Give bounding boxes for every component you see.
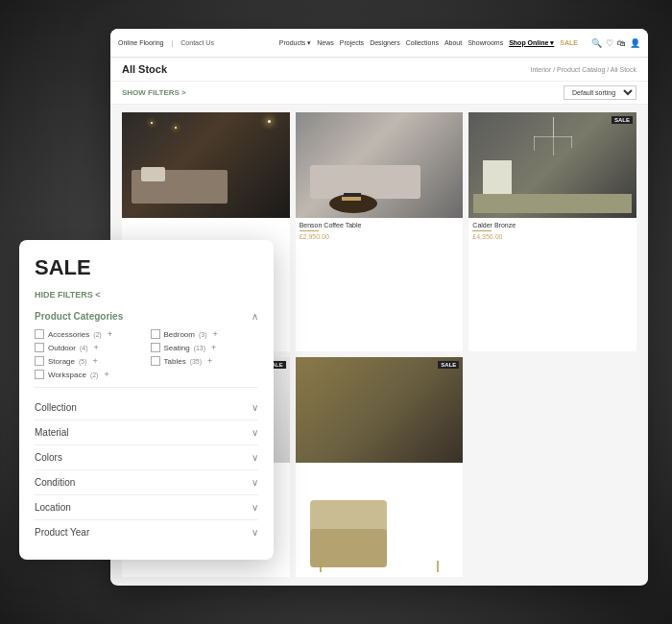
plus-accessories[interactable]: + <box>108 329 112 339</box>
sale-badge-5: SALE <box>438 361 459 369</box>
nav-bar: Online Flooring | Contact Us Products ▾ … <box>110 29 648 58</box>
category-grid: Accessories (2) + Bedroom (3) + Outdoor … <box>35 329 258 379</box>
product-price-2: £2,950.00 <box>300 233 460 240</box>
count-seating: (13) <box>194 345 205 351</box>
checkbox-tables[interactable] <box>151 356 160 366</box>
categories-title: Product Categories <box>35 311 123 322</box>
nav-shop-online[interactable]: Shop Online ▾ <box>509 39 554 47</box>
plus-bedroom[interactable]: + <box>213 329 218 339</box>
product-card-3[interactable]: SALE Calder Bronze £4,350.00 <box>468 112 636 351</box>
label-storage: Storage <box>48 357 75 366</box>
checkbox-storage[interactable] <box>35 356 44 366</box>
plus-storage[interactable]: + <box>93 356 98 366</box>
category-workspace[interactable]: Workspace (2) + <box>35 370 143 379</box>
filter-colors-chevron: ∨ <box>252 452 258 463</box>
nav-projects[interactable]: Projects <box>340 39 364 46</box>
filter-material-title: Material <box>35 427 69 438</box>
filter-row-product-year[interactable]: Product Year ∨ <box>35 520 258 544</box>
count-storage: (5) <box>79 358 87 365</box>
product-price-3: £4,350.00 <box>472 233 633 240</box>
sale-badge-3: SALE <box>612 116 633 124</box>
filter-panel: SALE HIDE FILTERS < Product Categories ∧… <box>19 240 274 560</box>
category-outdoor[interactable]: Outdoor (4) + <box>35 343 143 352</box>
categories-header[interactable]: Product Categories ∧ <box>35 311 258 322</box>
heart-icon[interactable]: ♡ <box>606 38 613 48</box>
filter-collection-title: Collection <box>35 402 77 413</box>
nav-logo: Online Flooring <box>118 39 163 46</box>
nav-sale[interactable]: SALE <box>560 39 578 46</box>
show-filters-button[interactable]: SHOW FILTERS > <box>122 88 186 97</box>
filter-material-chevron: ∨ <box>252 427 258 438</box>
plus-workspace[interactable]: + <box>104 370 108 379</box>
nav-icons: 🔍 ♡ 🛍 👤 <box>591 38 640 48</box>
product-card-5[interactable]: SALE <box>296 357 464 578</box>
sort-select[interactable]: Default sorting <box>564 85 636 100</box>
search-icon[interactable]: 🔍 <box>591 38 602 48</box>
filter-product-year-title: Product Year <box>35 527 89 538</box>
filter-row-material[interactable]: Material ∨ <box>35 420 258 445</box>
hide-filters-button[interactable]: HIDE FILTERS < <box>35 290 258 300</box>
checkbox-accessories[interactable] <box>35 329 44 339</box>
nav-about[interactable]: About <box>444 39 462 46</box>
count-tables: (35) <box>190 358 202 365</box>
label-outdoor: Outdoor <box>48 344 76 352</box>
category-accessories[interactable]: Accessories (2) + <box>35 329 143 339</box>
label-seating: Seating <box>164 344 190 352</box>
filter-colors-title: Colors <box>35 452 62 463</box>
sub-header: All Stock Interior / Product Catalog / A… <box>110 58 648 82</box>
filter-location-chevron: ∨ <box>252 502 258 513</box>
count-workspace: (2) <box>90 372 99 378</box>
checkbox-seating[interactable] <box>151 343 160 352</box>
nav-links: Products ▾ News Projects Designers Colle… <box>279 39 578 47</box>
nav-showrooms[interactable]: Showrooms <box>468 39 503 46</box>
filter-product-year-chevron: ∨ <box>252 527 258 538</box>
label-accessories: Accessories <box>48 330 89 339</box>
filter-row-colors[interactable]: Colors ∨ <box>35 445 258 470</box>
sale-title: SALE <box>35 255 258 280</box>
filter-section-categories: Product Categories ∧ Accessories (2) + B… <box>35 311 258 388</box>
label-tables: Tables <box>164 357 186 366</box>
count-accessories: (2) <box>93 331 102 338</box>
bag-icon[interactable]: 🛍 <box>617 38 626 48</box>
filter-condition-chevron: ∨ <box>252 477 258 488</box>
nav-products[interactable]: Products ▾ <box>279 39 312 47</box>
plus-seating[interactable]: + <box>211 343 216 352</box>
categories-chevron: ∧ <box>252 311 258 322</box>
product-info-1 <box>122 218 290 228</box>
product-info-3: Calder Bronze £4,350.00 <box>468 218 636 246</box>
category-storage[interactable]: Storage (5) + <box>35 356 143 366</box>
nav-collections[interactable]: Collections <box>406 39 439 46</box>
category-seating[interactable]: Seating (13) + <box>151 343 259 352</box>
filter-bar: SHOW FILTERS > Default sorting <box>110 82 648 105</box>
breadcrumb: Interior / Product Catalog / All Stock <box>531 66 637 73</box>
filter-location-title: Location <box>35 502 71 513</box>
count-bedroom: (3) <box>199 331 207 338</box>
product-info-5 <box>296 463 464 472</box>
product-name-2: Benson Coffee Table <box>300 222 460 228</box>
nav-news[interactable]: News <box>317 39 334 46</box>
nav-designers[interactable]: Designers <box>370 39 400 46</box>
product-divider-3 <box>472 230 492 231</box>
label-bedroom: Bedroom <box>164 330 195 339</box>
category-tables[interactable]: Tables (35) + <box>151 356 259 366</box>
filter-collection-chevron: ∨ <box>252 402 258 413</box>
nav-contact[interactable]: Contact Us <box>180 39 214 46</box>
product-card-2[interactable]: Benson Coffee Table £2,950.00 <box>296 112 464 351</box>
user-icon[interactable]: 👤 <box>630 38 640 48</box>
label-workspace: Workspace <box>48 371 86 379</box>
plus-tables[interactable]: + <box>207 356 212 366</box>
checkbox-workspace[interactable] <box>35 370 44 379</box>
product-name-3: Calder Bronze <box>472 222 633 228</box>
count-outdoor: (4) <box>80 345 88 351</box>
product-divider-2 <box>300 230 319 231</box>
filter-row-condition[interactable]: Condition ∨ <box>35 470 258 495</box>
product-info-2: Benson Coffee Table £2,950.00 <box>296 218 464 246</box>
plus-outdoor[interactable]: + <box>93 343 98 352</box>
filter-condition-title: Condition <box>35 477 75 488</box>
checkbox-outdoor[interactable] <box>35 343 44 352</box>
filter-row-collection[interactable]: Collection ∨ <box>35 396 258 420</box>
checkbox-bedroom[interactable] <box>151 329 160 339</box>
page-title: All Stock <box>122 63 167 75</box>
category-bedroom[interactable]: Bedroom (3) + <box>151 329 259 339</box>
filter-row-location[interactable]: Location ∨ <box>35 495 258 520</box>
